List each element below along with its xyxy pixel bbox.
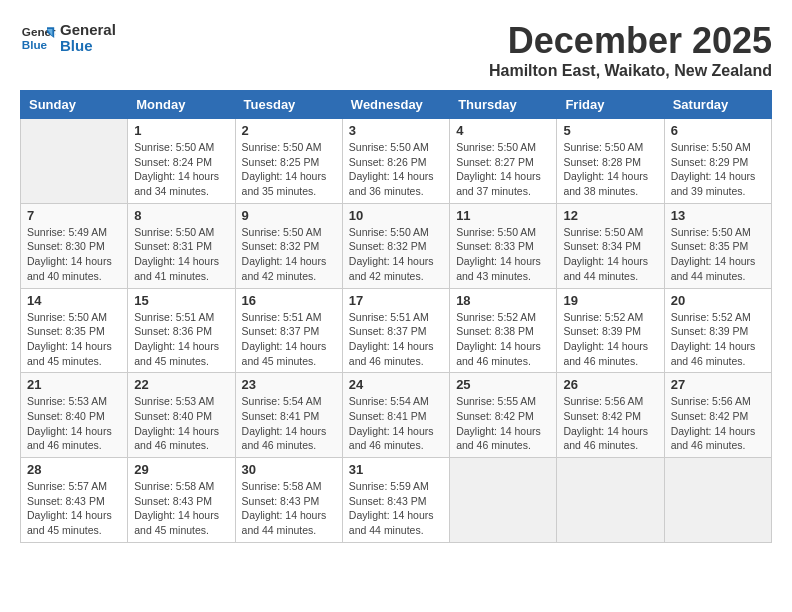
day-info: Sunrise: 5:50 AM Sunset: 8:25 PM Dayligh… (242, 140, 336, 199)
day-number: 31 (349, 462, 443, 477)
day-info: Sunrise: 5:50 AM Sunset: 8:26 PM Dayligh… (349, 140, 443, 199)
day-info: Sunrise: 5:54 AM Sunset: 8:41 PM Dayligh… (242, 394, 336, 453)
calendar-cell: 14Sunrise: 5:50 AM Sunset: 8:35 PM Dayli… (21, 288, 128, 373)
calendar-table: SundayMondayTuesdayWednesdayThursdayFrid… (20, 90, 772, 543)
calendar-cell (450, 458, 557, 543)
calendar-cell: 26Sunrise: 5:56 AM Sunset: 8:42 PM Dayli… (557, 373, 664, 458)
day-number: 27 (671, 377, 765, 392)
day-info: Sunrise: 5:50 AM Sunset: 8:35 PM Dayligh… (27, 310, 121, 369)
day-number: 22 (134, 377, 228, 392)
day-info: Sunrise: 5:53 AM Sunset: 8:40 PM Dayligh… (134, 394, 228, 453)
day-number: 15 (134, 293, 228, 308)
calendar-week-row: 28Sunrise: 5:57 AM Sunset: 8:43 PM Dayli… (21, 458, 772, 543)
day-info: Sunrise: 5:51 AM Sunset: 8:37 PM Dayligh… (242, 310, 336, 369)
calendar-cell (557, 458, 664, 543)
day-info: Sunrise: 5:50 AM Sunset: 8:27 PM Dayligh… (456, 140, 550, 199)
day-info: Sunrise: 5:50 AM Sunset: 8:35 PM Dayligh… (671, 225, 765, 284)
calendar-cell: 27Sunrise: 5:56 AM Sunset: 8:42 PM Dayli… (664, 373, 771, 458)
day-info: Sunrise: 5:55 AM Sunset: 8:42 PM Dayligh… (456, 394, 550, 453)
svg-text:Blue: Blue (22, 38, 48, 51)
day-info: Sunrise: 5:50 AM Sunset: 8:29 PM Dayligh… (671, 140, 765, 199)
calendar-cell: 18Sunrise: 5:52 AM Sunset: 8:38 PM Dayli… (450, 288, 557, 373)
calendar-cell: 13Sunrise: 5:50 AM Sunset: 8:35 PM Dayli… (664, 203, 771, 288)
calendar-cell: 3Sunrise: 5:50 AM Sunset: 8:26 PM Daylig… (342, 119, 449, 204)
calendar-cell (21, 119, 128, 204)
day-info: Sunrise: 5:50 AM Sunset: 8:24 PM Dayligh… (134, 140, 228, 199)
calendar-header-row: SundayMondayTuesdayWednesdayThursdayFrid… (21, 91, 772, 119)
calendar-week-row: 14Sunrise: 5:50 AM Sunset: 8:35 PM Dayli… (21, 288, 772, 373)
day-of-week-header: Tuesday (235, 91, 342, 119)
day-of-week-header: Sunday (21, 91, 128, 119)
day-number: 13 (671, 208, 765, 223)
day-number: 4 (456, 123, 550, 138)
day-info: Sunrise: 5:50 AM Sunset: 8:28 PM Dayligh… (563, 140, 657, 199)
calendar-cell: 29Sunrise: 5:58 AM Sunset: 8:43 PM Dayli… (128, 458, 235, 543)
day-of-week-header: Friday (557, 91, 664, 119)
calendar-cell: 2Sunrise: 5:50 AM Sunset: 8:25 PM Daylig… (235, 119, 342, 204)
day-info: Sunrise: 5:52 AM Sunset: 8:39 PM Dayligh… (671, 310, 765, 369)
day-number: 11 (456, 208, 550, 223)
calendar-week-row: 21Sunrise: 5:53 AM Sunset: 8:40 PM Dayli… (21, 373, 772, 458)
calendar-cell: 31Sunrise: 5:59 AM Sunset: 8:43 PM Dayli… (342, 458, 449, 543)
calendar-cell: 21Sunrise: 5:53 AM Sunset: 8:40 PM Dayli… (21, 373, 128, 458)
calendar-cell: 5Sunrise: 5:50 AM Sunset: 8:28 PM Daylig… (557, 119, 664, 204)
day-of-week-header: Saturday (664, 91, 771, 119)
calendar-cell: 1Sunrise: 5:50 AM Sunset: 8:24 PM Daylig… (128, 119, 235, 204)
calendar-cell: 12Sunrise: 5:50 AM Sunset: 8:34 PM Dayli… (557, 203, 664, 288)
logo-icon: General Blue (20, 20, 56, 56)
day-info: Sunrise: 5:59 AM Sunset: 8:43 PM Dayligh… (349, 479, 443, 538)
day-number: 25 (456, 377, 550, 392)
day-number: 2 (242, 123, 336, 138)
title-area: December 2025 Hamilton East, Waikato, Ne… (489, 20, 772, 80)
calendar-cell: 15Sunrise: 5:51 AM Sunset: 8:36 PM Dayli… (128, 288, 235, 373)
day-number: 19 (563, 293, 657, 308)
day-info: Sunrise: 5:49 AM Sunset: 8:30 PM Dayligh… (27, 225, 121, 284)
day-number: 3 (349, 123, 443, 138)
day-info: Sunrise: 5:51 AM Sunset: 8:36 PM Dayligh… (134, 310, 228, 369)
calendar-cell: 23Sunrise: 5:54 AM Sunset: 8:41 PM Dayli… (235, 373, 342, 458)
calendar-cell: 25Sunrise: 5:55 AM Sunset: 8:42 PM Dayli… (450, 373, 557, 458)
day-info: Sunrise: 5:52 AM Sunset: 8:39 PM Dayligh… (563, 310, 657, 369)
calendar-cell: 24Sunrise: 5:54 AM Sunset: 8:41 PM Dayli… (342, 373, 449, 458)
day-info: Sunrise: 5:50 AM Sunset: 8:31 PM Dayligh… (134, 225, 228, 284)
calendar-cell: 9Sunrise: 5:50 AM Sunset: 8:32 PM Daylig… (235, 203, 342, 288)
day-number: 12 (563, 208, 657, 223)
calendar-week-row: 7Sunrise: 5:49 AM Sunset: 8:30 PM Daylig… (21, 203, 772, 288)
month-title: December 2025 (489, 20, 772, 62)
calendar-cell: 28Sunrise: 5:57 AM Sunset: 8:43 PM Dayli… (21, 458, 128, 543)
calendar-cell (664, 458, 771, 543)
day-number: 23 (242, 377, 336, 392)
day-number: 21 (27, 377, 121, 392)
day-number: 29 (134, 462, 228, 477)
day-number: 20 (671, 293, 765, 308)
day-number: 18 (456, 293, 550, 308)
day-info: Sunrise: 5:50 AM Sunset: 8:32 PM Dayligh… (242, 225, 336, 284)
calendar-cell: 20Sunrise: 5:52 AM Sunset: 8:39 PM Dayli… (664, 288, 771, 373)
logo-general: General (60, 22, 116, 39)
day-info: Sunrise: 5:50 AM Sunset: 8:34 PM Dayligh… (563, 225, 657, 284)
day-info: Sunrise: 5:51 AM Sunset: 8:37 PM Dayligh… (349, 310, 443, 369)
day-info: Sunrise: 5:52 AM Sunset: 8:38 PM Dayligh… (456, 310, 550, 369)
calendar-cell: 8Sunrise: 5:50 AM Sunset: 8:31 PM Daylig… (128, 203, 235, 288)
day-number: 24 (349, 377, 443, 392)
day-number: 26 (563, 377, 657, 392)
day-number: 30 (242, 462, 336, 477)
day-number: 16 (242, 293, 336, 308)
logo: General Blue General Blue (20, 20, 116, 56)
location-title: Hamilton East, Waikato, New Zealand (489, 62, 772, 80)
calendar-cell: 16Sunrise: 5:51 AM Sunset: 8:37 PM Dayli… (235, 288, 342, 373)
day-number: 17 (349, 293, 443, 308)
day-info: Sunrise: 5:58 AM Sunset: 8:43 PM Dayligh… (242, 479, 336, 538)
calendar-cell: 17Sunrise: 5:51 AM Sunset: 8:37 PM Dayli… (342, 288, 449, 373)
header: General Blue General Blue December 2025 … (20, 20, 772, 80)
day-info: Sunrise: 5:57 AM Sunset: 8:43 PM Dayligh… (27, 479, 121, 538)
calendar-cell: 10Sunrise: 5:50 AM Sunset: 8:32 PM Dayli… (342, 203, 449, 288)
day-info: Sunrise: 5:53 AM Sunset: 8:40 PM Dayligh… (27, 394, 121, 453)
day-number: 9 (242, 208, 336, 223)
day-number: 14 (27, 293, 121, 308)
day-info: Sunrise: 5:56 AM Sunset: 8:42 PM Dayligh… (671, 394, 765, 453)
calendar-week-row: 1Sunrise: 5:50 AM Sunset: 8:24 PM Daylig… (21, 119, 772, 204)
day-number: 8 (134, 208, 228, 223)
day-info: Sunrise: 5:50 AM Sunset: 8:32 PM Dayligh… (349, 225, 443, 284)
day-info: Sunrise: 5:54 AM Sunset: 8:41 PM Dayligh… (349, 394, 443, 453)
